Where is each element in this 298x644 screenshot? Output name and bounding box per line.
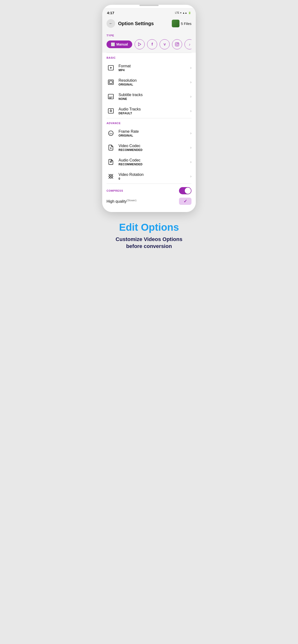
header-right: 5 Files bbox=[172, 20, 192, 27]
high-quality-row: High quality(Slower) ✓ bbox=[106, 198, 192, 205]
svg-text:fps: fps bbox=[110, 132, 112, 135]
svg-point-3 bbox=[178, 43, 179, 44]
audio-tracks-value: DEFAULT bbox=[118, 112, 190, 115]
video-rotation-value: 0 bbox=[118, 177, 190, 180]
edit-options-title: Edit Options bbox=[99, 222, 199, 233]
svg-point-2 bbox=[176, 43, 178, 45]
header-left: ← Option Settings bbox=[106, 19, 154, 28]
subtitle-icon bbox=[106, 92, 115, 101]
svg-rect-7 bbox=[109, 81, 112, 84]
page-wrapper: 4:17 LTE ▾ ▲▲ 🔋 ← Option Settings 5 File… bbox=[94, 0, 204, 266]
svg-marker-0 bbox=[138, 43, 141, 46]
video-codec-icon bbox=[106, 143, 115, 152]
top-pill bbox=[139, 5, 159, 6]
audio-tracks-chevron: › bbox=[190, 109, 192, 113]
status-bar: 4:17 LTE ▾ ▲▲ 🔋 bbox=[102, 8, 196, 17]
page-title: Option Settings bbox=[118, 21, 154, 26]
frame-rate-chevron: › bbox=[190, 131, 192, 135]
status-time: 4:17 bbox=[107, 11, 114, 15]
file-count: 5 Files bbox=[181, 22, 192, 26]
file-thumbnail bbox=[172, 20, 180, 27]
basic-section: BASIC Format MP4 › bbox=[102, 53, 196, 118]
video-rotation-text: Video Rotation 0 bbox=[118, 172, 190, 180]
resolution-value: ORIGINAL bbox=[118, 83, 190, 86]
frame-rate-icon: fps bbox=[106, 129, 115, 138]
subtitle-chevron: › bbox=[190, 94, 192, 99]
bottom-section: Edit Options Customize Videos Options be… bbox=[94, 212, 204, 257]
back-button[interactable]: ← bbox=[106, 19, 115, 28]
battery-icon: 🔋 bbox=[188, 12, 191, 14]
subtitle-tracks-row[interactable]: Subtitle tracks NONE › bbox=[102, 89, 196, 104]
svg-point-12 bbox=[110, 110, 112, 112]
audio-tracks-icon bbox=[106, 106, 115, 115]
signal-icon: ▲▲ bbox=[182, 12, 187, 14]
video-codec-text: Video Codec RECOMMENDED bbox=[118, 144, 190, 152]
type-tiktok-button[interactable]: ♪ bbox=[185, 39, 192, 49]
format-value: MP4 bbox=[118, 68, 190, 72]
check-mark-icon: ✓ bbox=[184, 198, 187, 204]
resolution-text: Resolution ORIGINAL bbox=[118, 78, 190, 86]
audio-codec-text: Audio Codec RECOMMENDED bbox=[118, 158, 190, 166]
frame-rate-text: Frame Rate ORIGINAL bbox=[118, 130, 190, 137]
compress-label: COMPRESS bbox=[106, 189, 123, 192]
advance-section: ADVANCE fps Frame Rate ORIGINAL › bbox=[102, 118, 196, 184]
format-chevron: › bbox=[190, 66, 192, 70]
type-options: ⬜ Manual f V bbox=[106, 39, 192, 49]
audio-codec-name: Audio Codec bbox=[118, 158, 190, 162]
subtitle-line2: before conversion bbox=[126, 243, 172, 249]
video-rotation-chevron: › bbox=[190, 174, 192, 178]
type-instagram-button[interactable] bbox=[172, 39, 182, 49]
resolution-icon bbox=[106, 78, 115, 86]
format-icon bbox=[106, 64, 115, 72]
type-manual-button[interactable]: ⬜ Manual bbox=[106, 40, 132, 48]
video-rotation-name: Video Rotation bbox=[118, 172, 190, 177]
frame-rate-row[interactable]: fps Frame Rate ORIGINAL › bbox=[102, 126, 196, 140]
wifi-icon: ▾ bbox=[180, 12, 181, 14]
high-quality-suffix: (Slower) bbox=[127, 199, 136, 202]
frame-rate-value: ORIGINAL bbox=[118, 134, 190, 137]
audio-codec-value: RECOMMENDED bbox=[118, 163, 190, 166]
format-row[interactable]: Format MP4 › bbox=[102, 60, 196, 75]
status-icons: LTE ▾ ▲▲ 🔋 bbox=[175, 12, 191, 14]
type-vimeo-button[interactable]: V bbox=[160, 39, 170, 49]
svg-rect-1 bbox=[175, 43, 179, 46]
audio-tracks-row[interactable]: Audio Tracks DEFAULT › bbox=[102, 104, 196, 118]
type-manual-label: Manual bbox=[116, 42, 128, 46]
advance-section-label: ADVANCE bbox=[102, 122, 196, 124]
audio-codec-chevron: › bbox=[190, 160, 192, 164]
type-section-label: TYPE bbox=[106, 34, 192, 37]
svg-rect-6 bbox=[108, 80, 113, 84]
high-quality-checkbox[interactable]: ✓ bbox=[179, 198, 192, 205]
video-rotation-icon bbox=[106, 172, 115, 181]
audio-codec-row[interactable]: Audio Codec RECOMMENDED › bbox=[102, 155, 196, 169]
video-codec-name: Video Codec bbox=[118, 144, 190, 148]
video-codec-row[interactable]: Video Codec RECOMMENDED › bbox=[102, 140, 196, 155]
resolution-chevron: › bbox=[190, 80, 192, 84]
audio-tracks-name: Audio Tracks bbox=[118, 107, 190, 112]
high-quality-label: High quality(Slower) bbox=[106, 199, 136, 204]
phone-shell: 4:17 LTE ▾ ▲▲ 🔋 ← Option Settings 5 File… bbox=[102, 5, 196, 212]
subtitle-line1: Customize Videos Options bbox=[116, 236, 182, 242]
edit-options-subtitle: Customize Videos Options before conversi… bbox=[99, 236, 199, 250]
compress-row: COMPRESS bbox=[106, 187, 192, 194]
toggle-track bbox=[179, 187, 192, 194]
svg-marker-5 bbox=[110, 67, 112, 69]
subtitle-text: Subtitle tracks NONE bbox=[118, 93, 190, 100]
type-facebook-button[interactable]: f bbox=[147, 39, 157, 49]
high-quality-text: High quality bbox=[106, 199, 127, 204]
type-section: TYPE ⬜ Manual f V bbox=[102, 31, 196, 53]
resolution-name: Resolution bbox=[118, 78, 190, 83]
toggle-thumb bbox=[185, 188, 191, 194]
type-youtube-button[interactable] bbox=[135, 39, 145, 49]
format-text: Format MP4 bbox=[118, 64, 190, 72]
app-header: ← Option Settings 5 Files bbox=[102, 17, 196, 31]
subtitle-name: Subtitle tracks bbox=[118, 93, 190, 97]
resolution-row[interactable]: Resolution ORIGINAL › bbox=[102, 75, 196, 89]
basic-section-label: BASIC bbox=[102, 56, 196, 59]
lte-icon: LTE bbox=[175, 12, 180, 14]
compress-section: COMPRESS High quality(Slower) ✓ bbox=[102, 184, 196, 207]
subtitle-value: NONE bbox=[118, 97, 190, 100]
compress-toggle[interactable] bbox=[179, 187, 192, 194]
manual-icon: ⬜ bbox=[111, 42, 115, 46]
video-rotation-row[interactable]: Video Rotation 0 › bbox=[102, 169, 196, 184]
